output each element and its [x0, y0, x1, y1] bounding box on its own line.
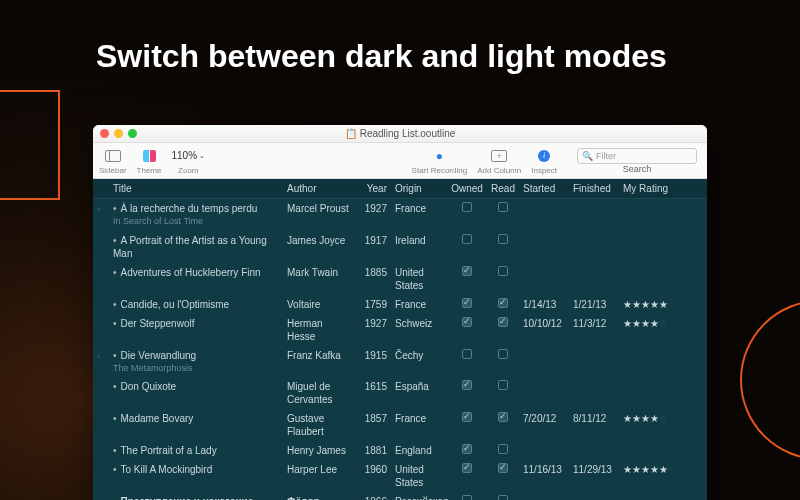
disclosure-icon[interactable]: ▫: [97, 352, 105, 360]
checkbox[interactable]: [498, 463, 508, 473]
sidebar-toggle[interactable]: Sidebar: [99, 147, 127, 175]
cell-author: Marcel Proust: [283, 202, 357, 215]
table-row[interactable]: ▫•Преступление и наказаниеCrime and Puni…: [93, 492, 707, 500]
cell-started: 7/20/12: [519, 412, 569, 425]
col-header-year[interactable]: Year: [357, 183, 391, 194]
table-row[interactable]: •The Portrait of a LadyHenry James1881En…: [93, 441, 707, 460]
microphone-icon: ●: [436, 147, 443, 165]
checkbox[interactable]: [462, 317, 472, 327]
checkbox[interactable]: [462, 412, 472, 422]
checkbox[interactable]: [498, 234, 508, 244]
cell-owned: [447, 495, 487, 500]
grid-header: Title Author Year Origin Owned Read Star…: [93, 179, 707, 199]
checkbox[interactable]: [462, 202, 472, 212]
page-headline: Switch between dark and light modes: [96, 38, 667, 75]
checkbox[interactable]: [462, 463, 472, 473]
cell-title: •Adventures of Huckleberry Finn: [109, 266, 283, 279]
col-header-rating[interactable]: My Rating: [619, 183, 679, 194]
cell-owned: [447, 266, 487, 279]
cell-author: Herman Hesse: [283, 317, 357, 343]
cell-origin: Schweiz: [391, 317, 447, 330]
zoom-dropdown[interactable]: 110%⌄ Zoom: [171, 147, 205, 175]
cell-author: Harper Lee: [283, 463, 357, 476]
theme-toggle[interactable]: Theme: [137, 147, 162, 175]
table-row[interactable]: •Madame BovaryGustave Flaubert1857France…: [93, 409, 707, 441]
col-header-started[interactable]: Started: [519, 183, 569, 194]
window-titlebar[interactable]: 📋Readling List.ooutline: [93, 125, 707, 143]
table-row[interactable]: •Candide, ou l'OptimismeVoltaire1759Fran…: [93, 295, 707, 314]
cell-author: Gustave Flaubert: [283, 412, 357, 438]
table-row[interactable]: •Adventures of Huckleberry FinnMark Twai…: [93, 263, 707, 295]
cell-year: 1885: [357, 266, 391, 279]
cell-owned: [447, 349, 487, 362]
checkbox[interactable]: [462, 266, 472, 276]
table-row[interactable]: ▫•Die VerwandlungThe MetamorphosisFranz …: [93, 346, 707, 378]
cell-origin: Ireland: [391, 234, 447, 247]
checkbox[interactable]: [498, 380, 508, 390]
cell-origin: United States: [391, 463, 447, 489]
table-row[interactable]: •Der SteppenwolfHerman Hesse1927Schweiz1…: [93, 314, 707, 346]
cell-title: •Candide, ou l'Optimisme: [109, 298, 283, 311]
decorative-square: [0, 90, 60, 200]
col-header-owned[interactable]: Owned: [447, 183, 487, 194]
cell-read: [487, 463, 519, 476]
table-row[interactable]: •A Portrait of the Artist as a Young Man…: [93, 231, 707, 263]
checkbox[interactable]: [462, 495, 472, 500]
checkbox[interactable]: [498, 495, 508, 500]
col-header-finished[interactable]: Finished: [569, 183, 619, 194]
start-recording-button[interactable]: ● Start Recording: [412, 147, 468, 175]
cell-read: [487, 444, 519, 457]
cell-year: 1960: [357, 463, 391, 476]
checkbox[interactable]: [462, 349, 472, 359]
checkbox[interactable]: [498, 349, 508, 359]
cell-title: •Don Quixote: [109, 380, 283, 393]
checkbox[interactable]: [498, 317, 508, 327]
cell-title: •Madame Bovary: [109, 412, 283, 425]
disclosure-icon[interactable]: ▫: [97, 205, 105, 213]
inspect-button[interactable]: i Inspect: [531, 147, 557, 175]
cell-year: 1881: [357, 444, 391, 457]
cell-owned: [447, 298, 487, 311]
cell-rating[interactable]: ★★★★★: [619, 463, 679, 476]
search-input[interactable]: 🔍 Filter: [577, 148, 697, 164]
table-row[interactable]: ▫•À la recherche du temps perduIn Search…: [93, 199, 707, 231]
checkbox[interactable]: [498, 202, 508, 212]
cell-finished: 11/29/13: [569, 463, 619, 476]
cell-author: Фёдор Достоевский: [283, 495, 357, 500]
checkbox[interactable]: [498, 298, 508, 308]
table-row[interactable]: •Don QuixoteMiguel de Cervantes1615Españ…: [93, 377, 707, 409]
cell-read: [487, 380, 519, 393]
cell-rating[interactable]: ★★★★★: [619, 298, 679, 311]
checkbox[interactable]: [462, 380, 472, 390]
checkbox[interactable]: [498, 412, 508, 422]
cell-title: •Der Steppenwolf: [109, 317, 283, 330]
checkbox[interactable]: [462, 298, 472, 308]
cell-author: Mark Twain: [283, 266, 357, 279]
cell-origin: United States: [391, 266, 447, 292]
cell-year: 1927: [357, 317, 391, 330]
cell-year: 1615: [357, 380, 391, 393]
cell-finished: 1/21/13: [569, 298, 619, 311]
col-header-title[interactable]: Title: [109, 183, 283, 194]
col-header-origin[interactable]: Origin: [391, 183, 447, 194]
cell-rating[interactable]: ★★★★☆: [619, 412, 679, 425]
checkbox[interactable]: [462, 444, 472, 454]
cell-rating[interactable]: ★★★★☆: [619, 317, 679, 330]
checkbox[interactable]: [462, 234, 472, 244]
decorative-circle: [740, 300, 800, 460]
cell-read: [487, 349, 519, 362]
document-icon: 📋: [345, 128, 357, 139]
checkbox[interactable]: [498, 266, 508, 276]
cell-author: James Joyce: [283, 234, 357, 247]
sidebar-icon: [105, 150, 121, 162]
cell-read: [487, 202, 519, 215]
col-header-read[interactable]: Read: [487, 183, 519, 194]
cell-owned: [447, 234, 487, 247]
cell-title: •Преступление и наказаниеCrime and Punis…: [109, 495, 283, 500]
cell-read: [487, 412, 519, 425]
table-row[interactable]: •To Kill A MockingbirdHarper Lee1960Unit…: [93, 460, 707, 492]
checkbox[interactable]: [498, 444, 508, 454]
cell-author: Henry James: [283, 444, 357, 457]
add-column-button[interactable]: + Add Column: [477, 147, 521, 175]
col-header-author[interactable]: Author: [283, 183, 357, 194]
